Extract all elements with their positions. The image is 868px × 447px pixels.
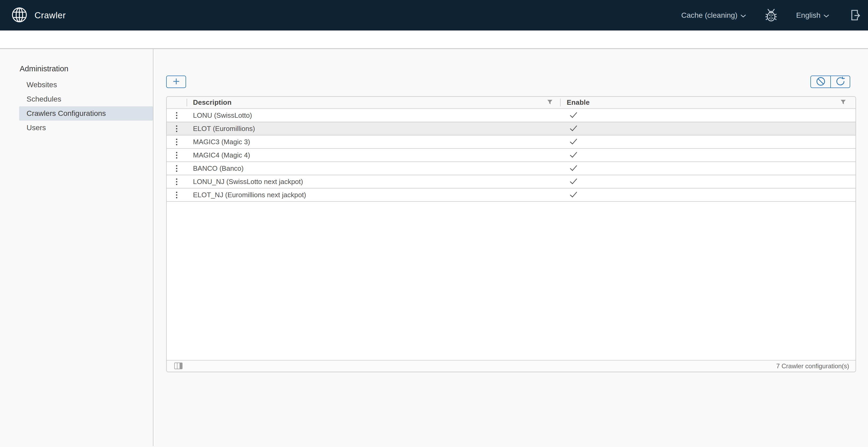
crawlers-datagrid: Description Enable [166,96,856,372]
add-crawler-button[interactable] [166,75,186,88]
table-row[interactable]: BANCO (Banco) [167,162,856,175]
filter-funnel-icon [547,99,553,105]
bug-icon [765,8,777,23]
row-actions-kebab-button[interactable] [173,177,181,187]
row-description: LONU (SwissLotto) [187,111,560,119]
datagrid-empty-area [167,202,856,360]
sidebar-item-websites[interactable]: Websites [19,78,153,92]
enable-column-label: Enable [567,98,590,107]
table-row[interactable]: MAGIC4 (Magic 4) [167,149,856,162]
chevron-down-icon [740,11,746,20]
table-row[interactable]: LONU_NJ (SwissLotto next jackpot) [167,175,856,188]
check-icon [569,165,578,172]
subheader-strip [0,31,868,49]
row-actions-kebab-button[interactable] [173,190,181,200]
globe-icon [11,7,28,24]
datagrid-footer: 7 Crawler configuration(s) [167,360,856,372]
datagrid-header: Description Enable [167,97,856,109]
table-row[interactable]: MAGIC3 (Magic 3) [167,135,856,149]
cache-dropdown[interactable]: Cache (cleaning) [681,11,746,20]
grid-action-button-group [810,75,850,88]
datagrid-toolbar [166,75,856,88]
sidebar-item-crawlers-configurations[interactable]: Crawlers Configurations [19,106,153,121]
row-description: BANCO (Banco) [187,164,560,173]
cache-dropdown-label: Cache (cleaning) [681,11,737,20]
row-description: MAGIC3 (Magic 3) [187,138,560,146]
row-actions-kebab-button[interactable] [173,110,181,121]
check-icon [569,138,578,146]
row-description: MAGIC4 (Magic 4) [187,151,560,159]
row-actions-kebab-button[interactable] [173,124,181,134]
header-actions-column [167,97,187,108]
row-actions-kebab-button[interactable] [173,150,181,160]
row-description: LONU_NJ (SwissLotto next jackpot) [187,178,560,186]
sidebar: Administration WebsitesSchedulesCrawlers… [0,49,153,446]
sidebar-section-title: Administration [0,62,153,75]
top-navbar: Crawler Cache (cleaning) [0,0,868,31]
description-column-label: Description [193,98,231,107]
sidebar-nav: WebsitesSchedulesCrawlers Configurations… [0,78,153,135]
view-columns-icon [174,363,183,370]
table-row[interactable]: ELOT (Euromillions) [167,122,856,135]
check-icon [569,191,578,199]
language-dropdown-label: English [796,11,820,20]
sidebar-item-users[interactable]: Users [19,121,153,135]
debug-button[interactable] [765,8,777,23]
sidebar-item-schedules[interactable]: Schedules [19,92,153,106]
table-row[interactable]: ELOT_NJ (Euromillions next jackpot) [167,188,856,202]
check-icon [569,151,578,159]
plus-icon [172,77,181,87]
header-enable-column: Enable [560,97,856,108]
language-dropdown[interactable]: English [796,11,829,20]
enable-filter-button[interactable] [840,99,846,105]
refresh-button[interactable] [830,76,850,88]
check-icon [569,125,578,133]
row-description: ELOT_NJ (Euromillions next jackpot) [187,191,560,199]
column-toggle-button[interactable] [174,363,183,370]
logout-button[interactable] [848,8,861,23]
row-count-summary: 7 Crawler configuration(s) [776,363,849,370]
disable-button[interactable] [811,76,830,88]
main-content: Description Enable [153,49,868,446]
chevron-down-icon [824,11,829,20]
ban-icon [815,76,826,88]
row-description: ELOT (Euromillions) [187,125,560,133]
logout-icon [848,8,861,23]
description-filter-button[interactable] [547,99,553,105]
header-description-column: Description [187,97,560,108]
app-title: Crawler [34,10,66,21]
refresh-icon [835,76,846,88]
table-row[interactable]: LONU (SwissLotto) [167,109,856,122]
check-icon [569,178,578,185]
datagrid-rows: LONU (SwissLotto) ELOT (Euromillions) MA… [167,109,856,202]
check-icon [569,112,578,119]
brand: Crawler [11,7,66,24]
row-actions-kebab-button[interactable] [173,164,181,173]
filter-funnel-icon [840,99,846,105]
row-actions-kebab-button[interactable] [173,137,181,147]
